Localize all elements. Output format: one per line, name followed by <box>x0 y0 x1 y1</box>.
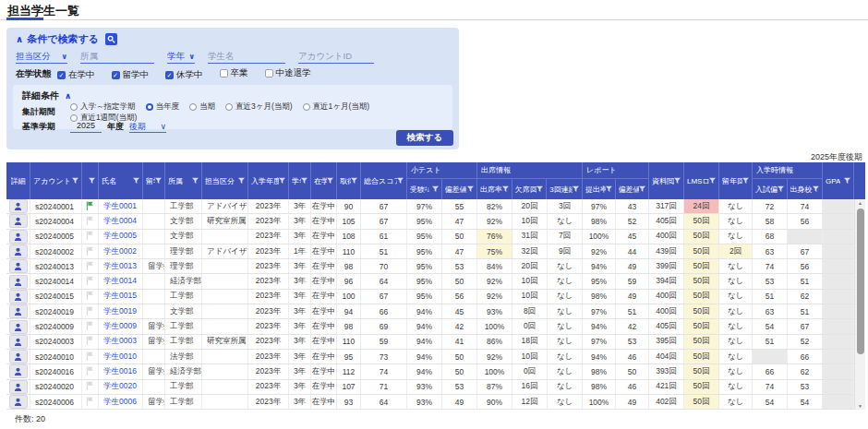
student-name-link[interactable]: 学生0013 <box>103 261 137 272</box>
base-term-select[interactable]: 後期 ∨ <box>129 121 166 133</box>
detail-button[interactable] <box>9 380 28 394</box>
search-field-アカウントID[interactable]: アカウントID <box>298 50 374 64</box>
column-header-quiz_dev[interactable]: 偏差値 <box>442 179 476 199</box>
detail-button[interactable] <box>9 395 28 409</box>
filter-icon[interactable] <box>639 185 645 194</box>
filter-icon[interactable] <box>606 185 612 194</box>
detail-button[interactable] <box>9 244 28 258</box>
student-name-link[interactable]: 学生0004 <box>103 216 137 227</box>
student-name-link[interactable]: 学生0005 <box>103 231 137 242</box>
student-name-link[interactable]: 学生0006 <box>103 397 137 408</box>
scrollbar-thumb[interactable] <box>857 209 864 354</box>
column-header-status[interactable]: 在学状態 <box>311 162 337 199</box>
filter-icon[interactable] <box>709 177 716 185</box>
period-radio-入学～指定学期[interactable]: 入学～指定学期 <box>70 101 136 113</box>
detail-button[interactable] <box>9 364 28 378</box>
filter-icon[interactable] <box>432 185 439 194</box>
student-name-link[interactable]: 学生0019 <box>103 306 137 317</box>
filter-icon[interactable] <box>674 177 681 185</box>
student-name-link[interactable]: 学生0010 <box>103 352 137 363</box>
period-radio-当期[interactable]: 当期 <box>189 101 215 113</box>
status-checkbox-休学中[interactable]: ✓休学中 <box>165 69 203 81</box>
search-icon[interactable] <box>105 33 117 45</box>
filter-icon[interactable] <box>72 177 78 185</box>
search-panel-header[interactable]: ∧ 条件で検索する <box>6 28 459 45</box>
period-radio-直近3ヶ月(当期)[interactable]: 直近3ヶ月(当期) <box>225 101 293 113</box>
column-header-repeat[interactable]: 留年回数 <box>719 162 753 199</box>
sort-desc-icon[interactable]: ↓ <box>427 185 430 194</box>
column-header-gpa[interactable]: GPA <box>823 162 854 199</box>
radio-icon[interactable] <box>225 103 233 111</box>
filter-icon[interactable] <box>813 185 819 194</box>
filter-icon[interactable] <box>467 185 474 194</box>
column-header-exam_dev[interactable]: 入試偏差値 <box>753 179 788 199</box>
detail-button[interactable] <box>9 214 28 228</box>
filter-icon[interactable] <box>778 185 784 194</box>
filter-icon[interactable] <box>155 177 162 185</box>
detail-button[interactable] <box>9 350 28 363</box>
period-radio-当年度[interactable]: 当年度 <box>146 101 180 113</box>
column-header-grade[interactable]: 学年 <box>289 162 311 199</box>
collapse-chevron-icon[interactable]: ∧ <box>16 34 23 44</box>
search-field-担当区分[interactable]: 担当区分∨ <box>16 50 67 64</box>
search-field-学生名[interactable]: 学生名 <box>208 50 285 64</box>
column-header-absent[interactable]: 欠席回数 <box>512 179 548 199</box>
detail-button[interactable] <box>9 199 28 213</box>
radio-icon[interactable] <box>70 103 78 111</box>
checkbox-checked-icon[interactable]: ✓ <box>57 71 66 79</box>
scroll-down-icon[interactable]: ▼ <box>858 402 862 410</box>
student-name-link[interactable]: 学生0002 <box>103 246 137 257</box>
filter-icon[interactable] <box>742 177 749 185</box>
student-name-link[interactable]: 学生0001 <box>103 201 137 212</box>
column-header-flag[interactable] <box>82 162 99 199</box>
filter-icon[interactable] <box>279 177 285 185</box>
scroll-up-icon[interactable]: ▲ <box>858 199 862 207</box>
status-checkbox-留学中[interactable]: ✓留学中 <box>112 69 150 81</box>
detail-button[interactable] <box>9 275 28 289</box>
student-name-link[interactable]: 学生0020 <box>103 381 137 392</box>
filter-icon[interactable] <box>536 185 543 194</box>
column-header-rep_rate[interactable]: 提出率 <box>583 179 616 199</box>
column-header-quiz_rate[interactable]: 受験率↓ <box>407 179 442 199</box>
detail-button[interactable] <box>9 320 28 334</box>
filter-icon[interactable] <box>573 185 579 194</box>
column-header-streak[interactable]: 3回連続欠席 <box>547 179 582 199</box>
column-header-dept[interactable]: 所属 <box>165 162 202 199</box>
filter-icon[interactable] <box>397 177 404 185</box>
status-checkbox-卒業[interactable]: 卒業 <box>220 67 248 79</box>
filter-icon[interactable] <box>89 177 95 185</box>
column-header-att_rate[interactable]: 出席率 <box>477 179 512 199</box>
radio-selected-icon[interactable] <box>146 103 153 111</box>
column-header-lms[interactable]: LMSログイン回数 <box>684 162 719 199</box>
column-header-views[interactable]: 資料閲覧回数 <box>649 162 684 199</box>
checkbox-checked-icon[interactable]: ✓ <box>165 71 174 79</box>
checkbox-unchecked-icon[interactable] <box>220 69 228 77</box>
search-submit-button[interactable]: 検索する <box>396 130 453 146</box>
filter-icon[interactable] <box>192 177 199 185</box>
student-name-link[interactable]: 学生0015 <box>103 291 137 302</box>
student-name-link[interactable]: 学生0016 <box>103 366 137 377</box>
filter-icon[interactable] <box>327 177 333 185</box>
filter-icon[interactable] <box>301 177 307 185</box>
column-header-rep_dev[interactable]: 偏差値 <box>616 179 648 199</box>
filter-icon[interactable] <box>844 177 850 185</box>
status-checkbox-在学中[interactable]: ✓在学中 <box>57 69 95 81</box>
collapse-chevron-icon[interactable]: ∧ <box>65 91 71 101</box>
filter-icon[interactable] <box>351 177 357 185</box>
column-header-role[interactable]: 担当区分 <box>202 162 248 199</box>
detail-button[interactable] <box>9 335 28 349</box>
filter-icon[interactable] <box>238 177 245 185</box>
base-year-input[interactable]: 2025 <box>70 121 102 133</box>
column-header-name[interactable]: 氏名 <box>99 162 143 199</box>
radio-icon[interactable] <box>303 103 310 111</box>
column-header-enroll[interactable]: 入学年度 <box>248 162 289 199</box>
detail-button[interactable] <box>9 290 28 304</box>
checkbox-unchecked-icon[interactable] <box>265 69 273 77</box>
detail-button[interactable] <box>9 230 28 244</box>
checkbox-checked-icon[interactable]: ✓ <box>112 71 120 79</box>
table-scrollbar[interactable]: ▲ ▼ <box>854 199 865 410</box>
column-header-account[interactable]: アカウント <box>30 162 82 199</box>
search-field-所属[interactable]: 所属 <box>80 50 154 64</box>
status-checkbox-中途退学[interactable]: 中途退学 <box>265 67 311 79</box>
column-header-credits[interactable]: 取得単位 <box>337 162 361 199</box>
